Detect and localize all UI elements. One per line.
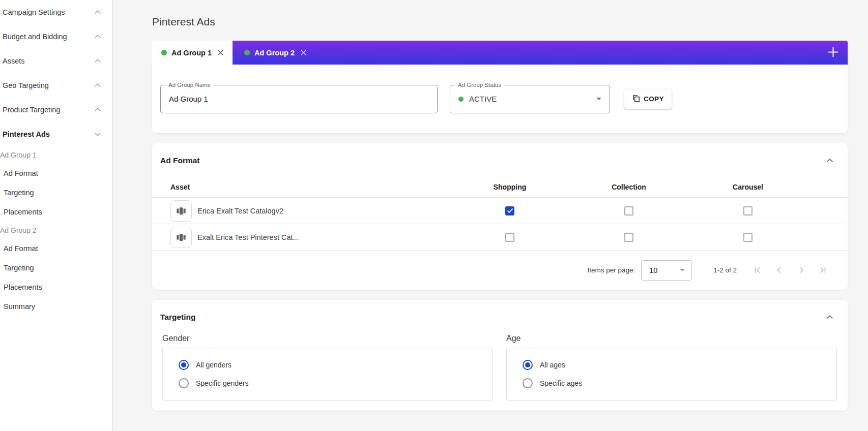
ad-group-settings-card: Ad Group Name Ad Group 1 Ad Group Status… — [152, 65, 848, 133]
sidebar-item-label: Summary — [4, 302, 35, 311]
ad-group-status-label: Ad Group Status — [455, 82, 504, 88]
dropdown-caret-icon — [680, 269, 685, 271]
radio-label: Specific genders — [196, 379, 249, 387]
sidebar-item-placements-group2[interactable]: Placements — [0, 278, 112, 297]
chevron-down-icon — [94, 132, 101, 136]
collection-checkbox[interactable] — [624, 206, 633, 216]
sidebar-item-label: Pinterest Ads — [3, 130, 94, 138]
close-icon[interactable] — [218, 50, 223, 55]
copy-button-label: COPY — [644, 95, 664, 103]
plus-icon — [827, 46, 839, 59]
collapse-ad-format-button[interactable] — [824, 155, 835, 166]
tab-label: Ad Group 1 — [171, 49, 212, 57]
sidebar-item-label: Budget and Bidding — [3, 33, 94, 41]
shopping-checkbox[interactable] — [505, 233, 514, 242]
sidebar-item-pinterest-ads[interactable]: Pinterest Ads — [0, 122, 112, 146]
chevron-up-icon — [94, 59, 101, 63]
targeting-columns: Gender All genders Specific genders Age — [152, 334, 848, 401]
sidebar-item-summary[interactable]: Summary — [0, 297, 112, 316]
sidebar-item-label: Targeting — [4, 189, 34, 197]
gender-options-box: All genders Specific genders — [162, 348, 493, 401]
asset-name: Exalt Erica Test Pinterest Cat... — [197, 233, 299, 241]
ad-group-name-value: Ad Group 1 — [169, 95, 208, 103]
tab-ad-group-1[interactable]: Ad Group 1 — [152, 41, 233, 65]
sidebar-group-label-ad-group-1: Ad Group 1 — [0, 146, 112, 164]
chevron-up-icon — [826, 157, 833, 164]
shopping-checkbox[interactable] — [505, 206, 514, 216]
sidebar-pinterest-subnav: Ad Group 1 Ad Format Targeting Placement… — [0, 146, 112, 316]
carousel-checkbox[interactable] — [743, 233, 753, 242]
sidebar-item-targeting-group2[interactable]: Targeting — [0, 258, 112, 278]
column-header-collection: Collection — [569, 183, 688, 191]
sidebar-item-label: Ad Format — [4, 169, 38, 177]
radio-label: Specific ages — [540, 379, 582, 387]
ad-group-name-field[interactable]: Ad Group Name Ad Group 1 — [160, 85, 438, 113]
items-per-page-select[interactable]: 10 — [641, 260, 692, 281]
status-dot-icon — [458, 97, 464, 102]
main-content: Pinterest Ads Ad Group 1 Ad Group 2 Ad G… — [113, 0, 868, 431]
radio-all-genders[interactable]: All genders — [179, 360, 493, 370]
tab-ad-group-2[interactable]: Ad Group 2 — [233, 41, 320, 65]
sidebar-group-label-ad-group-2: Ad Group 2 — [0, 222, 112, 239]
copy-button[interactable]: COPY — [624, 89, 672, 109]
collapse-targeting-button[interactable] — [824, 311, 835, 323]
sidebar-item-label: Targeting — [4, 264, 34, 272]
sidebar-item-geo-targeting[interactable]: Geo Targeting — [0, 73, 112, 98]
first-page-button[interactable] — [750, 263, 765, 278]
dropdown-caret-icon — [596, 98, 601, 100]
next-page-button[interactable] — [794, 263, 808, 278]
carousel-checkbox[interactable] — [743, 206, 753, 216]
paginator-range-label: 1-2 of 2 — [713, 266, 737, 274]
add-ad-group-button[interactable] — [818, 41, 848, 65]
sidebar-item-targeting-group1[interactable]: Targeting — [0, 183, 112, 202]
sidebar-item-placements-group1[interactable]: Placements — [0, 202, 112, 222]
status-dot-icon — [161, 50, 167, 55]
age-section: Age All ages Specific ages — [506, 334, 837, 401]
sidebar-item-label: Geo Targeting — [3, 81, 94, 89]
catalog-icon — [170, 227, 192, 248]
tab-label: Ad Group 2 — [254, 49, 295, 57]
column-header-asset: Asset — [160, 183, 450, 191]
radio-selected-icon — [179, 360, 189, 370]
sidebar-item-label: Placements — [4, 208, 42, 216]
radio-specific-ages[interactable]: Specific ages — [523, 378, 836, 388]
ad-format-card: Ad Format Asset Shopping Collection Caro… — [152, 143, 848, 290]
items-per-page-label: Items per page: — [587, 266, 635, 274]
sidebar-item-budget-and-bidding[interactable]: Budget and Bidding — [0, 24, 112, 49]
paginator-nav — [750, 263, 830, 278]
chevron-up-icon — [94, 83, 101, 87]
close-icon[interactable] — [301, 50, 306, 55]
ad-group-status-select[interactable]: Ad Group Status ACTIVE — [450, 85, 610, 113]
items-per-page-value: 10 — [649, 266, 657, 274]
targeting-header: Targeting — [152, 311, 848, 323]
sidebar-item-ad-format-group2[interactable]: Ad Format — [0, 239, 112, 258]
sidebar: Campaign Settings Budget and Bidding Ass… — [0, 0, 113, 431]
group-label: Ad Group 1 — [0, 151, 37, 159]
sidebar-item-assets[interactable]: Assets — [0, 49, 112, 73]
collection-checkbox[interactable] — [624, 233, 633, 242]
column-header-shopping: Shopping — [450, 183, 569, 191]
ad-group-status-value-row: ACTIVE — [458, 95, 601, 103]
previous-page-button[interactable] — [772, 263, 787, 278]
chevron-up-icon — [94, 108, 101, 112]
page-title: Pinterest Ads — [152, 16, 848, 27]
sidebar-item-product-targeting[interactable]: Product Targeting — [0, 98, 112, 122]
last-page-button[interactable] — [816, 263, 830, 278]
chevron-up-icon — [94, 10, 101, 14]
status-dot-icon — [244, 50, 250, 55]
radio-specific-genders[interactable]: Specific genders — [179, 378, 493, 388]
radio-all-ages[interactable]: All ages — [523, 360, 836, 370]
ad-group-status-value: ACTIVE — [469, 95, 497, 103]
gender-section: Gender All genders Specific genders — [162, 334, 493, 401]
sidebar-item-label: Assets — [3, 57, 94, 65]
ad-group-name-label: Ad Group Name — [166, 82, 213, 88]
sidebar-item-campaign-settings[interactable]: Campaign Settings — [0, 0, 112, 24]
sidebar-item-label: Placements — [4, 283, 42, 291]
sidebar-item-ad-format-group1[interactable]: Ad Format — [0, 164, 112, 183]
age-label: Age — [506, 334, 837, 343]
ad-format-table: Asset Shopping Collection Carousel Erica… — [152, 176, 848, 251]
radio-label: All ages — [540, 361, 565, 369]
radio-selected-icon — [523, 360, 533, 370]
group-label: Ad Group 2 — [0, 226, 37, 234]
radio-unselected-icon — [179, 378, 189, 388]
